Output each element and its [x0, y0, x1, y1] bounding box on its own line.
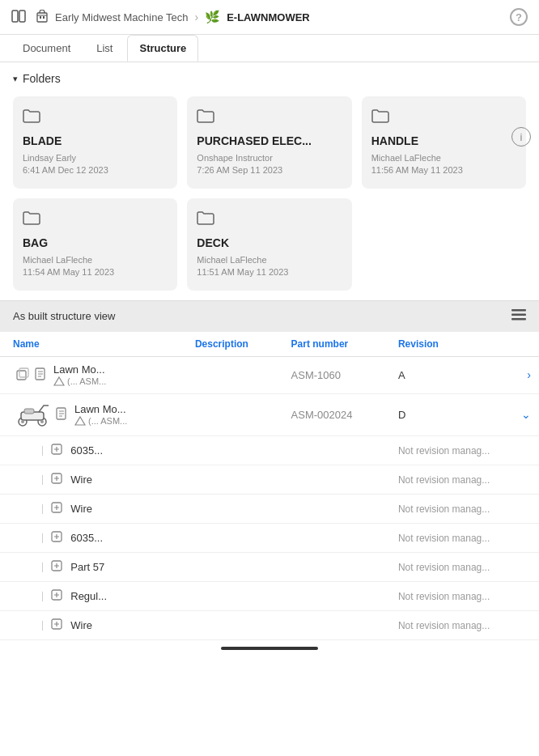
folder-card-handle[interactable]: HANDLE Michael LaFleche 11:56 AM May 11 …	[362, 96, 526, 189]
svg-rect-1	[19, 11, 25, 22]
row-revision-col: Not revision manag...	[390, 581, 539, 610]
row-main-name: Wire	[70, 619, 92, 631]
svg-rect-2	[37, 13, 47, 22]
indent-icon: │	[40, 475, 45, 484]
svg-marker-11	[54, 377, 64, 385]
row-part-number-col	[283, 465, 390, 494]
row-description-col	[187, 435, 283, 465]
part-icon	[50, 501, 63, 516]
row-sub-name: (... ASM...	[53, 376, 106, 387]
row-name-col: │ Wire	[0, 610, 187, 639]
row-main-name: 6035...	[70, 444, 103, 457]
folders-grid: BLADE Lindsay Early 6:41 AM Dec 12 2023 …	[13, 96, 526, 189]
folder-meta-deck: Michael LaFleche 11:51 AM May 11 2023	[197, 254, 342, 279]
table-row[interactable]: Lawn Mo... (... ASM... ASM-1060 A›	[0, 356, 539, 393]
copy-icon	[16, 367, 29, 383]
folders-header[interactable]: ▾ Folders	[13, 72, 526, 85]
table-row[interactable]: │ 6035... Not revision manag...	[0, 523, 539, 552]
indent-icon: │	[40, 533, 45, 542]
chevron-right-icon[interactable]: ›	[527, 368, 531, 381]
tab-list[interactable]: List	[85, 36, 124, 61]
row-revision-col: Not revision manag...	[390, 494, 539, 523]
folder-name-bag: BAG	[23, 236, 168, 249]
folder-card-blade[interactable]: BLADE Lindsay Early 6:41 AM Dec 12 2023	[13, 96, 177, 189]
folder-icon-purchased	[197, 108, 342, 128]
row-part-number-col	[283, 552, 390, 581]
sidebar-toggle-icon[interactable]	[11, 9, 26, 26]
row-part-number-col	[283, 435, 390, 465]
breadcrumb-area: Early Midwest Machine Tech › 🌿 E-LAWNMOW…	[11, 9, 310, 26]
list-view-icon[interactable]	[511, 309, 526, 324]
svg-rect-15	[24, 409, 34, 414]
row-part-number-col	[283, 610, 390, 639]
part-icon	[50, 559, 63, 575]
col-description[interactable]: Description	[187, 332, 283, 357]
row-description-col	[187, 610, 283, 639]
tab-document[interactable]: Document	[11, 36, 82, 61]
table-row[interactable]: │ Part 57 Not revision manag...	[0, 552, 539, 581]
row-part-number-col	[283, 494, 390, 523]
not-revision-managed: Not revision manag...	[398, 445, 490, 457]
row-name-col: │ Part 57	[0, 552, 187, 581]
row-part-number-col	[283, 523, 390, 552]
doc-icon	[34, 367, 47, 383]
svg-marker-19	[75, 417, 85, 425]
row-name-col: │ 6035...	[0, 435, 187, 465]
table-row[interactable]: │ Regul... Not revision manag...	[0, 581, 539, 610]
row-name-col: │ Wire	[0, 465, 187, 494]
row-revision-col: Not revision manag...	[390, 465, 539, 494]
table-row[interactable]: Lawn Mo... (... ASM... ASM-002024 D⌄	[0, 393, 539, 435]
row-revision-col: D⌄	[390, 393, 539, 435]
row-description-col	[187, 393, 283, 435]
folder-meta-bag: Michael LaFleche 11:54 AM May 11 2023	[23, 254, 168, 279]
chevron-down-icon[interactable]: ⌄	[521, 408, 531, 421]
folder-card-deck[interactable]: DECK Michael LaFleche 11:51 AM May 11 20…	[187, 198, 351, 291]
folder-meta-handle: Michael LaFleche 11:56 AM May 11 2023	[371, 152, 516, 177]
folders-title: Folders	[23, 72, 61, 85]
not-revision-managed: Not revision manag...	[398, 474, 490, 486]
svg-rect-7	[511, 318, 526, 321]
folder-card-bag[interactable]: BAG Michael LaFleche 11:54 AM May 11 202…	[13, 198, 177, 291]
row-revision-col: Not revision manag...	[390, 552, 539, 581]
indent-icon: │	[40, 563, 45, 571]
part-icon	[50, 618, 63, 633]
structure-table: Name Description Part number Revision La…	[0, 332, 539, 640]
info-icon[interactable]: i	[511, 127, 531, 147]
col-name[interactable]: Name	[0, 332, 187, 357]
row-part-number: ASM-1060	[291, 369, 341, 381]
tab-structure[interactable]: Structure	[127, 35, 198, 62]
row-name-col: Lawn Mo... (... ASM...	[0, 393, 187, 435]
table-row[interactable]: │ 6035... Not revision manag...	[0, 435, 539, 465]
revision-value: D	[398, 409, 405, 421]
folders-chevron-icon: ▾	[13, 74, 18, 84]
col-revision[interactable]: Revision	[390, 332, 539, 357]
not-revision-managed: Not revision manag...	[398, 533, 490, 544]
bottom-bar	[0, 640, 539, 656]
row-main-name: 6035...	[70, 532, 103, 544]
folders-section: ▾ Folders BLADE Lindsay Early 6:41 AM De…	[0, 62, 539, 300]
folder-icon-blade	[23, 108, 168, 128]
row-revision-col: A›	[390, 356, 539, 393]
indent-icon: │	[40, 446, 45, 455]
row-revision-col: Not revision manag...	[390, 435, 539, 465]
row-part-number-col: ASM-1060	[283, 356, 390, 393]
company-name[interactable]: Early Midwest Machine Tech	[55, 11, 189, 23]
folder-card-purchased[interactable]: PURCHASED ELEC... Onshape Instructor 7:2…	[187, 96, 351, 189]
row-part-number-col: ASM-002024	[283, 393, 390, 435]
breadcrumb-separator: ›	[195, 11, 199, 23]
row-description-col	[187, 494, 283, 523]
not-revision-managed: Not revision manag...	[398, 503, 490, 515]
structure-view-title: As built structure view	[13, 310, 115, 322]
help-icon[interactable]: ?	[510, 8, 528, 26]
table-row[interactable]: │ Wire Not revision manag...	[0, 465, 539, 494]
folder-meta-purchased: Onshape Instructor 7:26 AM Sep 11 2023	[197, 152, 342, 177]
svg-rect-6	[511, 313, 526, 316]
row-name-col: │ Wire	[0, 494, 187, 523]
indent-icon: │	[40, 621, 45, 630]
table-row[interactable]: │ Wire Not revision manag...	[0, 610, 539, 639]
table-row[interactable]: │ Wire Not revision manag...	[0, 494, 539, 523]
col-part-number[interactable]: Part number	[283, 332, 390, 357]
row-main-name: Lawn Mo...	[53, 363, 106, 376]
row-description-col	[187, 523, 283, 552]
project-name: E-LAWNMOWER	[227, 11, 310, 23]
